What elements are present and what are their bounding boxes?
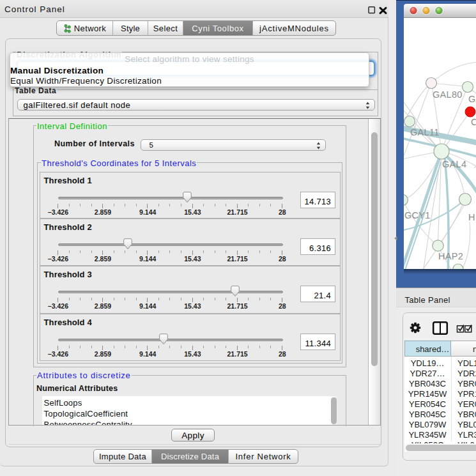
svg-text:GAL4: GAL4	[442, 159, 466, 169]
svg-text:GAL11: GAL11	[410, 127, 440, 137]
svg-text:GAL80: GAL80	[433, 89, 463, 100]
svg-text:C: C	[471, 117, 476, 127]
svg-text:HAP2: HAP2	[438, 251, 463, 261]
svg-text:H: H	[468, 212, 475, 222]
svg-text:GA: GA	[468, 94, 476, 104]
svg-text:GCY1: GCY1	[404, 210, 431, 220]
